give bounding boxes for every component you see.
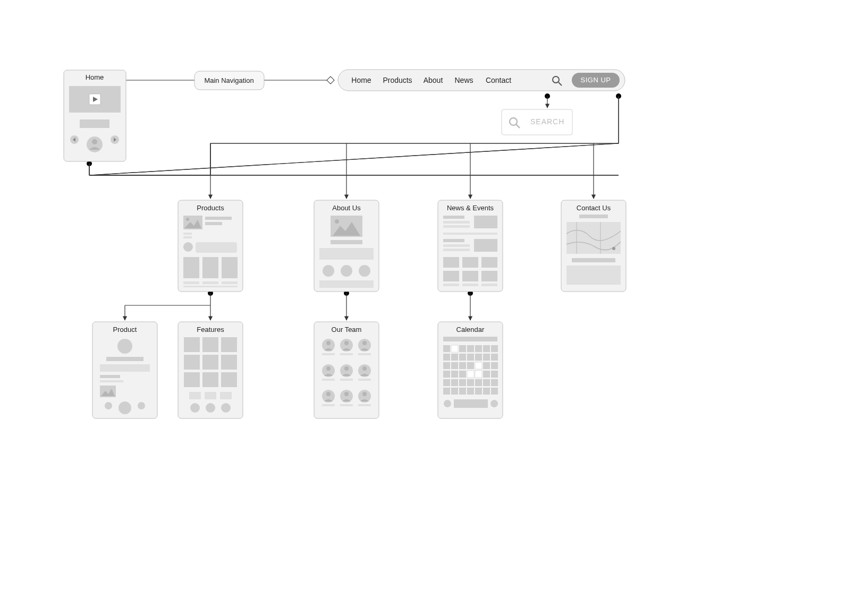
home-title: Home xyxy=(86,73,104,81)
svg-rect-93 xyxy=(106,357,143,361)
news-card[interactable]: News & Events xyxy=(438,200,503,292)
carousel-prev-icon xyxy=(105,402,112,409)
nav-item-home[interactable]: Home xyxy=(351,76,371,84)
svg-rect-151 xyxy=(443,354,450,361)
carousel-next-icon xyxy=(490,400,498,407)
nav-item-about[interactable]: About xyxy=(424,76,443,84)
products-card[interactable]: Products xyxy=(178,200,243,292)
svg-rect-94 xyxy=(100,364,150,372)
svg-rect-78 xyxy=(481,257,497,268)
contact-card[interactable]: Contact Us xyxy=(561,200,626,292)
svg-rect-178 xyxy=(491,379,498,386)
products-title: Products xyxy=(197,204,224,212)
svg-point-134 xyxy=(326,392,331,396)
svg-point-112 xyxy=(206,403,215,413)
svg-rect-89 xyxy=(572,258,615,262)
team-avatars xyxy=(322,339,371,406)
svg-rect-69 xyxy=(443,225,470,228)
svg-rect-184 xyxy=(483,388,490,395)
svg-rect-49 xyxy=(196,242,237,253)
svg-rect-52 xyxy=(222,257,238,278)
svg-point-44 xyxy=(186,218,189,221)
svg-rect-77 xyxy=(462,257,478,268)
svg-rect-167 xyxy=(459,371,466,378)
svg-rect-158 xyxy=(443,362,450,369)
svg-rect-166 xyxy=(451,371,458,378)
svg-rect-95 xyxy=(100,375,120,378)
svg-point-127 xyxy=(344,366,349,371)
svg-rect-164 xyxy=(491,362,498,369)
svg-rect-163 xyxy=(483,362,490,369)
team-card[interactable]: Our Team xyxy=(314,322,379,418)
carousel-prev-icon xyxy=(444,400,451,407)
signup-label: SIGN UP xyxy=(581,76,611,84)
svg-rect-139 xyxy=(322,404,335,406)
svg-rect-61 xyxy=(319,248,374,260)
svg-rect-72 xyxy=(443,239,464,242)
svg-rect-143 xyxy=(443,337,497,341)
nav-item-products[interactable]: Products xyxy=(383,76,412,84)
svg-rect-46 xyxy=(205,222,222,225)
product-card[interactable]: Product xyxy=(92,322,157,418)
svg-rect-153 xyxy=(459,354,466,361)
svg-rect-73 xyxy=(443,244,470,247)
home-card[interactable]: Home xyxy=(64,70,126,161)
search-box[interactable]: SEARCH xyxy=(502,109,572,135)
svg-rect-173 xyxy=(451,379,458,386)
svg-rect-31 xyxy=(80,119,109,128)
svg-point-62 xyxy=(323,265,334,277)
svg-rect-152 xyxy=(451,354,458,361)
svg-rect-161 xyxy=(467,362,474,369)
svg-rect-148 xyxy=(475,345,482,352)
svg-rect-144 xyxy=(443,345,450,352)
nav-item-contact[interactable]: Contact xyxy=(486,76,511,84)
svg-rect-55 xyxy=(222,281,238,284)
avatar-icon xyxy=(119,401,131,414)
navigation-bar: Home Products About News Contact SIGN UP xyxy=(338,70,625,91)
svg-rect-122 xyxy=(340,353,353,355)
svg-rect-56 xyxy=(183,286,238,287)
svg-rect-109 xyxy=(205,392,216,399)
svg-rect-100 xyxy=(202,337,218,352)
features-card[interactable]: Features xyxy=(178,322,243,418)
svg-point-64 xyxy=(359,265,370,277)
svg-point-116 xyxy=(326,341,331,345)
product-title: Product xyxy=(113,326,137,333)
svg-rect-47 xyxy=(183,233,192,235)
svg-rect-146 xyxy=(459,345,466,352)
svg-rect-51 xyxy=(202,257,218,278)
svg-rect-177 xyxy=(483,379,490,386)
svg-rect-99 xyxy=(184,337,200,352)
svg-rect-162 xyxy=(475,362,482,369)
svg-rect-169 xyxy=(475,371,482,378)
svg-point-129 xyxy=(362,366,367,371)
svg-rect-165 xyxy=(443,371,450,378)
svg-rect-83 xyxy=(462,284,478,286)
svg-point-63 xyxy=(341,265,352,277)
svg-rect-149 xyxy=(483,345,490,352)
svg-point-92 xyxy=(117,339,132,354)
svg-rect-168 xyxy=(467,371,474,378)
svg-rect-57 xyxy=(314,200,379,292)
svg-point-125 xyxy=(326,366,331,371)
svg-rect-65 xyxy=(319,280,374,288)
svg-rect-53 xyxy=(183,281,199,284)
calendar-card[interactable]: Calendar xyxy=(438,322,503,418)
map-pin-icon xyxy=(612,247,615,250)
svg-point-136 xyxy=(344,392,349,396)
svg-rect-156 xyxy=(483,354,490,361)
svg-rect-81 xyxy=(481,271,497,281)
svg-rect-145 xyxy=(451,345,458,352)
svg-rect-105 xyxy=(184,372,200,387)
nav-item-news[interactable]: News xyxy=(454,76,473,84)
svg-rect-54 xyxy=(202,281,218,284)
svg-rect-155 xyxy=(475,354,482,361)
svg-rect-157 xyxy=(491,354,498,361)
svg-rect-101 xyxy=(221,337,237,352)
svg-rect-103 xyxy=(202,355,218,370)
svg-rect-132 xyxy=(358,379,371,381)
about-card[interactable]: About Us xyxy=(314,200,379,292)
svg-point-113 xyxy=(221,403,231,413)
svg-rect-50 xyxy=(183,257,199,278)
main-navigation-node[interactable]: Main Navigation xyxy=(194,71,264,90)
